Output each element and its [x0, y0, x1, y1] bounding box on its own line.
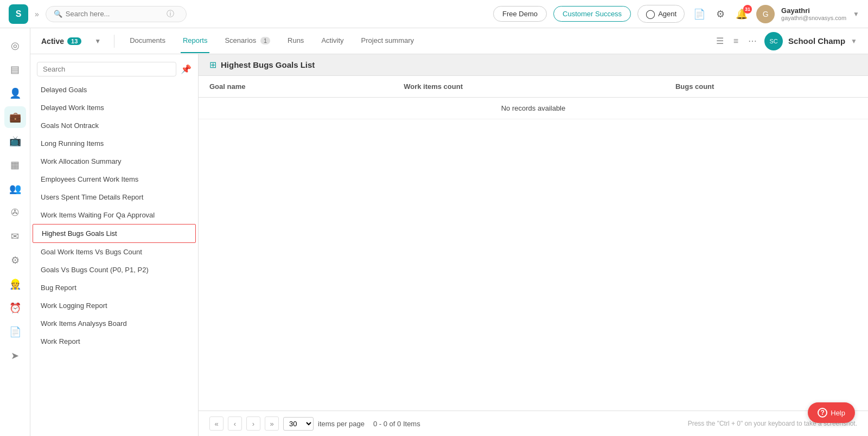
sidebar-item-dashboard[interactable]: ◎: [4, 35, 26, 56]
report-panel-header: 📌: [30, 60, 198, 81]
sub-header: Active 13 ▼ Documents Reports Scenarios …: [30, 28, 868, 54]
user-dropdown-arrow[interactable]: ▼: [853, 10, 859, 18]
active-count: 13: [67, 37, 81, 45]
project-area: 📌 Delayed Goals Delayed Work Items Goals…: [30, 54, 868, 436]
report-item-bug-report[interactable]: Bug Report: [30, 279, 198, 297]
sidebar-item-monitor[interactable]: 📺: [4, 130, 26, 152]
sub-header-right: ☰ ≡ ⋯ SC School Champ ▼: [714, 32, 857, 50]
search-input[interactable]: [66, 10, 163, 18]
sidebar-item-clock[interactable]: ⏰: [4, 297, 26, 319]
avatar: G: [756, 5, 775, 23]
customer-success-button[interactable]: Customer Success: [553, 6, 631, 22]
sidebar-item-settings[interactable]: ⚙: [4, 249, 26, 271]
tab-runs[interactable]: Runs: [285, 29, 306, 53]
table-row-empty: No records available: [199, 98, 868, 119]
report-item-long-running-items[interactable]: Long Running Items: [30, 134, 198, 152]
app-logo: S: [9, 4, 28, 24]
report-title-icon: ⊞: [209, 60, 216, 70]
scenarios-badge: 1: [260, 37, 270, 44]
sidebar-item-mail[interactable]: ✉: [4, 226, 26, 247]
report-content: ⊞ Highest Bugs Goals List Goal name Work…: [199, 54, 868, 436]
tab-documents[interactable]: Documents: [127, 29, 168, 53]
user-name: Gayathri: [781, 7, 846, 15]
report-title: Highest Bugs Goals List: [221, 60, 315, 69]
notification-badge: 31: [743, 5, 752, 14]
top-nav-right: Free Demo Customer Success ◯ Agent 📄 ⚙ 🔔…: [493, 5, 859, 23]
sidebar-item-group[interactable]: ✇: [4, 202, 26, 223]
report-table: Goal name Work items count Bugs count No…: [199, 76, 868, 119]
report-item-goals-vs-bugs-count[interactable]: Goals Vs Bugs Count (P0, P1, P2): [30, 261, 198, 279]
active-label: Active: [41, 37, 64, 46]
col-work-items-count: Work items count: [393, 76, 665, 98]
list-view-button[interactable]: ☰: [714, 34, 726, 48]
nav-arrows[interactable]: »: [35, 10, 39, 18]
sidebar-item-user[interactable]: 👤: [4, 82, 26, 104]
sidebar-item-person-settings[interactable]: 👷: [4, 273, 26, 295]
report-item-work-report[interactable]: Work Report: [30, 332, 198, 350]
agent-button[interactable]: ◯ Agent: [637, 5, 685, 23]
content-area: Active 13 ▼ Documents Reports Scenarios …: [30, 28, 868, 436]
user-email: gayathri@snovasys.com: [781, 15, 846, 21]
project-name: School Champ: [788, 36, 845, 46]
report-item-work-items-waiting-qa[interactable]: Work Items Waiting For Qa Approval: [30, 206, 198, 224]
active-badge: Active 13: [41, 37, 81, 46]
tab-scenarios[interactable]: Scenarios 1: [222, 29, 272, 53]
report-table-wrap: Goal name Work items count Bugs count No…: [199, 76, 868, 411]
grid-view-button[interactable]: ≡: [731, 34, 741, 48]
table-header-row: Goal name Work items count Bugs count: [199, 76, 868, 98]
items-per-page-label: items per page: [318, 420, 365, 428]
tab-activity[interactable]: Activity: [319, 29, 346, 53]
no-records-text: No records available: [199, 98, 868, 119]
user-info: Gayathri gayathri@snovasys.com: [781, 7, 846, 21]
pagination-info: 0 - 0 of 0 Items: [373, 420, 420, 428]
project-dropdown-arrow[interactable]: ▼: [851, 37, 857, 45]
tab-reports[interactable]: Reports: [181, 29, 210, 53]
col-bugs-count: Bugs count: [665, 76, 868, 98]
notification-button[interactable]: 🔔 31: [733, 6, 750, 22]
agent-icon: ◯: [646, 9, 655, 19]
report-item-work-items-analysys-board[interactable]: Work Items Analysys Board: [30, 315, 198, 332]
report-item-highest-bugs-goals-list[interactable]: Highest Bugs Goals List: [33, 224, 196, 243]
sidebar-item-card[interactable]: ▦: [4, 154, 26, 176]
report-item-delayed-work-items[interactable]: Delayed Work Items: [30, 99, 198, 117]
pin-icon[interactable]: 📌: [181, 64, 192, 74]
search-icon: 🔍: [54, 10, 62, 18]
tab-project-summary[interactable]: Project summary: [359, 29, 417, 53]
project-avatar: SC: [764, 32, 783, 50]
settings-icon-button[interactable]: ⚙: [714, 6, 727, 22]
sidebar-item-team[interactable]: 👥: [4, 178, 26, 200]
search-bar: 🔍 ⓘ: [46, 6, 187, 22]
last-page-button[interactable]: »: [265, 416, 279, 431]
report-item-delayed-goals[interactable]: Delayed Goals: [30, 81, 198, 99]
sidebar-item-briefcase[interactable]: 💼: [4, 106, 26, 128]
help-button[interactable]: ? Help: [808, 402, 855, 423]
help-icon: ?: [818, 408, 827, 418]
page-size-select[interactable]: 30 50 100: [283, 417, 314, 431]
header-divider: [114, 35, 114, 48]
main-layout: ◎ ▤ 👤 💼 📺 ▦ 👥 ✇ ✉ ⚙ 👷 ⏰ 📄 ➤ Active 13 ▼ …: [0, 28, 868, 436]
report-footer: « ‹ › » 30 50 100 items per page 0 - 0 o…: [199, 411, 868, 436]
document-icon-button[interactable]: 📄: [691, 6, 707, 22]
report-item-users-spent-time[interactable]: Users Spent Time Details Report: [30, 188, 198, 206]
sidebar-item-document[interactable]: 📄: [4, 321, 26, 343]
free-demo-button[interactable]: Free Demo: [493, 6, 547, 22]
next-page-button[interactable]: ›: [246, 416, 260, 431]
col-goal-name: Goal name: [199, 76, 393, 98]
report-item-work-allocation-summary[interactable]: Work Allocation Summary: [30, 152, 198, 170]
sidebar-item-send[interactable]: ➤: [4, 345, 26, 367]
report-item-goals-not-ontrack[interactable]: Goals Not Ontrack: [30, 117, 198, 134]
report-item-goal-work-items-vs-bugs[interactable]: Goal Work Items Vs Bugs Count: [30, 243, 198, 261]
report-panel: 📌 Delayed Goals Delayed Work Items Goals…: [30, 54, 199, 436]
top-nav: S » 🔍 ⓘ Free Demo Customer Success ◯ Age…: [0, 0, 868, 28]
report-item-work-logging-report[interactable]: Work Logging Report: [30, 297, 198, 315]
report-item-employees-current-work-items[interactable]: Employees Current Work Items: [30, 170, 198, 188]
report-search-input[interactable]: [37, 62, 176, 76]
prev-page-button[interactable]: ‹: [228, 416, 242, 431]
more-options-button[interactable]: ⋯: [746, 34, 759, 48]
active-dropdown-arrow[interactable]: ▼: [94, 37, 101, 45]
sidebar-item-tv[interactable]: ▤: [4, 59, 26, 80]
report-content-header: ⊞ Highest Bugs Goals List: [199, 54, 868, 76]
sidebar-icons: ◎ ▤ 👤 💼 📺 ▦ 👥 ✇ ✉ ⚙ 👷 ⏰ 📄 ➤: [0, 28, 30, 436]
info-icon: ⓘ: [167, 9, 174, 19]
first-page-button[interactable]: «: [209, 416, 224, 431]
